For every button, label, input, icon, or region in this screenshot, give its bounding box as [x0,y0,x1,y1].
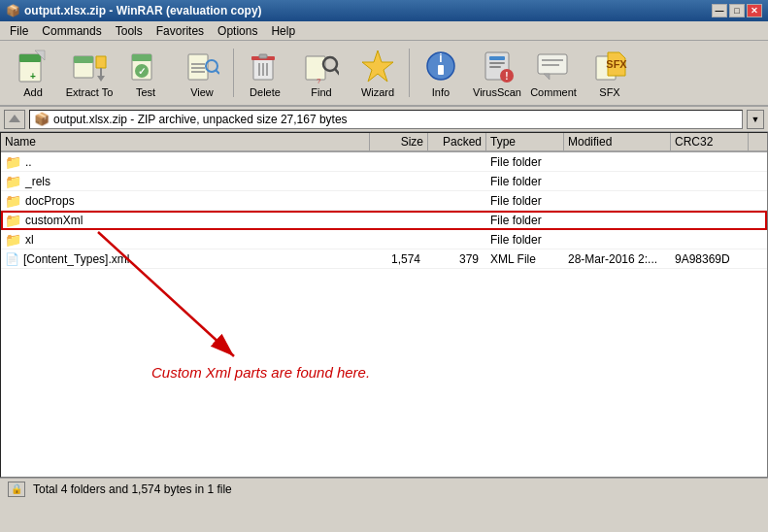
col-header-modified[interactable]: Modified [564,133,671,150]
svg-text:+: + [30,71,36,82]
file-name-xl: 📁 xl [1,232,370,248]
toolbar: + Add Extract To ✓ Te [0,41,768,107]
file-type-dotdot: File folder [486,155,564,169]
svg-rect-34 [489,56,505,60]
svg-rect-10 [132,54,151,61]
svg-text:i: i [439,51,442,65]
address-dropdown[interactable]: ▼ [747,110,764,129]
comment-label: Comment [530,86,577,98]
address-field[interactable]: 📦 output.xlsx.zip - ZIP archive, unpacke… [29,110,743,129]
sfx-icon: SFX [590,48,629,84]
svg-line-27 [335,69,339,75]
svg-marker-6 [96,56,106,68]
menu-commands[interactable]: Commands [36,22,107,40]
menu-help[interactable]: Help [265,22,301,40]
virusscan-icon: ! [478,48,517,84]
info-icon: i [421,48,460,84]
address-path: output.xlsx.zip - ZIP archive, unpacked … [53,113,348,126]
file-icon-xml: 📄 [5,252,19,266]
toolbar-info-button[interactable]: i Info [414,44,468,102]
menu-options[interactable]: Options [212,22,263,40]
file-list: Name Size Packed Type Modified CRC32 📁 .… [0,132,768,478]
sfx-label: SFX [599,86,619,98]
file-name-docprops: 📁 docProps [1,193,370,209]
svg-rect-5 [74,56,93,63]
svg-line-18 [216,70,219,74]
annotation-text: Custom Xml parts are found here. [151,364,370,381]
file-name-rels: 📁 _rels [1,174,370,189]
wizard-label: Wizard [361,86,394,98]
toolbar-test-button[interactable]: ✓ Test [118,44,173,102]
col-header-size[interactable]: Size [370,133,428,150]
toolbar-find-button[interactable]: ? Find [294,44,349,102]
delete-icon [246,48,284,84]
address-bar: 📦 output.xlsx.zip - ZIP archive, unpacke… [0,107,768,132]
svg-rect-39 [538,54,567,74]
col-header-type[interactable]: Type [486,133,564,150]
comment-icon [534,48,573,84]
test-label: Test [136,86,155,98]
view-icon [183,48,221,84]
virusscan-label: VirusScan [473,86,521,98]
zip-icon: 📦 [34,112,50,126]
column-headers: Name Size Packed Type Modified CRC32 [1,133,767,152]
close-button[interactable]: ✕ [747,4,762,17]
toolbar-virusscan-button[interactable]: ! VirusScan [470,44,524,102]
status-icon: 🔒 [8,482,25,497]
add-label: Add [23,86,43,98]
menu-tools[interactable]: Tools [110,22,149,40]
svg-rect-32 [438,65,444,75]
toolbar-extract-button[interactable]: Extract To [62,44,117,102]
maximize-button[interactable]: □ [729,4,745,17]
up-button[interactable] [4,110,25,129]
svg-marker-42 [544,74,550,80]
svg-text:?: ? [317,77,321,83]
toolbar-comment-button[interactable]: Comment [526,44,581,102]
toolbar-view-button[interactable]: View [175,44,229,102]
folder-icon-docprops: 📁 [5,193,21,209]
main-content: Name Size Packed Type Modified CRC32 📁 .… [0,132,768,478]
file-row-customxml[interactable]: 📁 customXml File folder [1,211,767,230]
file-row-content-types[interactable]: 📄 [Content_Types].xml 1,574 379 XML File… [1,249,767,269]
toolbar-add-button[interactable]: + Add [6,44,60,102]
extract-label: Extract To [66,86,114,98]
wizard-icon [358,48,397,84]
status-text: Total 4 folders and 1,574 bytes in 1 fil… [33,482,232,496]
file-row-dotdot[interactable]: 📁 .. File folder [1,152,767,172]
col-header-name[interactable]: Name [1,133,370,150]
svg-rect-1 [19,54,41,62]
folder-icon-xl: 📁 [5,232,21,248]
menu-file[interactable]: File [4,22,34,40]
view-label: View [190,86,214,98]
file-name-content-types: 📄 [Content_Types].xml [1,252,370,266]
file-row-rels[interactable]: 📁 _rels File folder [1,172,767,191]
file-row-docprops[interactable]: 📁 docProps File folder [1,191,767,211]
title-bar-controls: — □ ✕ [712,4,762,17]
delete-label: Delete [250,86,281,98]
title-bar-left: 📦 output.xlsx.zip - WinRAR (evaluation c… [6,4,262,17]
find-label: Find [311,86,331,98]
menu-bar: File Commands Tools Favorites Options He… [0,21,768,41]
menu-favorites[interactable]: Favorites [150,22,210,40]
info-label: Info [432,86,450,98]
file-row-xl[interactable]: 📁 xl File folder [1,230,767,249]
status-bar: 🔒 Total 4 folders and 1,574 bytes in 1 f… [0,478,768,499]
folder-icon: 📁 [5,154,21,170]
svg-text:✓: ✓ [138,66,146,77]
minimize-button[interactable]: — [712,4,727,17]
svg-text:!: ! [505,71,508,82]
svg-marker-8 [97,76,105,82]
toolbar-wizard-button[interactable]: Wizard [351,44,405,102]
col-header-packed[interactable]: Packed [428,133,486,150]
file-name-customxml: 📁 customXml [1,213,370,228]
add-icon: + [14,48,52,84]
find-icon: ? [302,48,341,84]
toolbar-delete-button[interactable]: Delete [238,44,292,102]
toolbar-sfx-button[interactable]: SFX SFX [583,44,637,102]
svg-marker-46 [9,115,20,122]
folder-icon-rels: 📁 [5,174,21,189]
svg-text:SFX: SFX [606,58,627,70]
col-header-crc[interactable]: CRC32 [671,133,749,150]
title-bar: 📦 output.xlsx.zip - WinRAR (evaluation c… [0,0,768,21]
svg-rect-13 [188,54,208,80]
